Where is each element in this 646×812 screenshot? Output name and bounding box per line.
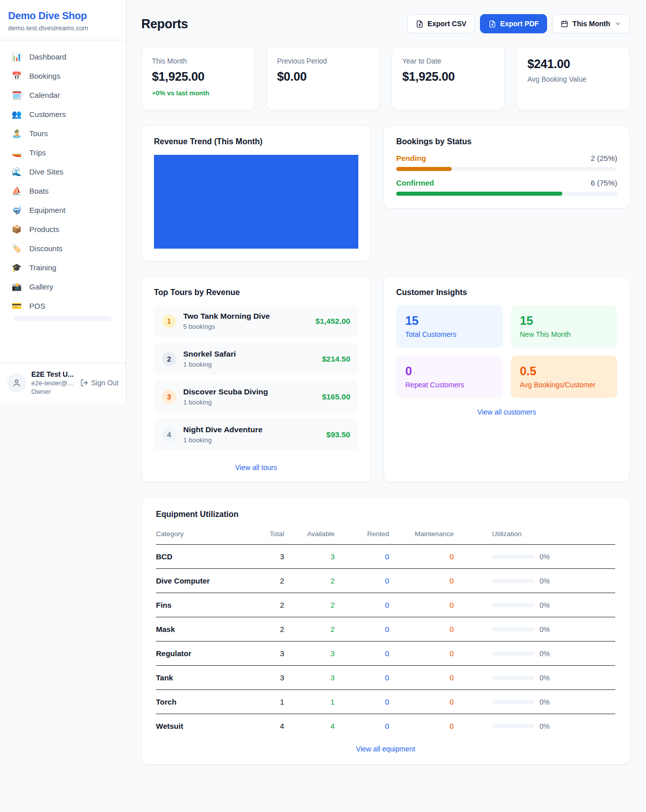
status-row-pending: Pending 2 (25%) bbox=[396, 154, 617, 171]
sign-out-icon bbox=[80, 379, 88, 387]
sidebar-item-discounts[interactable]: 🏷️ Discounts bbox=[5, 239, 121, 258]
sidebar-item-trips[interactable]: 🚤 Trips bbox=[5, 143, 121, 162]
cell-category: Regulator bbox=[156, 642, 249, 666]
utilization-bar bbox=[492, 579, 534, 583]
sidebar-item-label: Equipment bbox=[29, 206, 66, 214]
export-csv-button[interactable]: Export CSV bbox=[407, 14, 475, 33]
stat-value: $1,925.00 bbox=[152, 70, 244, 84]
equipment-utilization-title: Equipment Utilization bbox=[156, 510, 615, 519]
spiral-calendar-icon: 🗓️ bbox=[11, 91, 22, 99]
cell-available: 4 bbox=[284, 714, 335, 738]
tour-list: 1 Two Tank Morning Dive 5 bookings $1,45… bbox=[154, 305, 358, 456]
sidebar-item-tours[interactable]: 🏝️ Tours bbox=[5, 124, 121, 143]
status-bar-fill-pending bbox=[396, 167, 452, 171]
sidebar-item-pos[interactable]: 💳 POS bbox=[5, 297, 121, 315]
tour-bookings-count: 5 bookings bbox=[183, 323, 270, 330]
insight-value: 0 bbox=[405, 364, 494, 378]
status-count-confirmed: 6 (75%) bbox=[590, 179, 617, 187]
sidebar-item-dive-sites[interactable]: 🌊 Dive Sites bbox=[5, 162, 121, 181]
brand-domain: demo.test.divestreams.com bbox=[8, 24, 118, 32]
stat-value: $0.00 bbox=[277, 70, 369, 84]
view-all-tours-link[interactable]: View all tours bbox=[154, 463, 358, 472]
cell-rented: 0 bbox=[335, 545, 389, 569]
user-meta: E2E Test U... e2e-tester@... Owner bbox=[31, 370, 74, 395]
rank-badge: 3 bbox=[162, 390, 176, 404]
main-content: Reports Export CSV Export PDF This Month bbox=[126, 0, 646, 787]
topbar: Reports Export CSV Export PDF This Month bbox=[141, 14, 630, 33]
insights-row: Top Tours by Revenue 1 Two Tank Morning … bbox=[141, 276, 630, 482]
table-row-torch: Torch 1 1 0 0 0% bbox=[156, 690, 615, 714]
revenue-trend-title: Revenue Trend (This Month) bbox=[154, 137, 358, 146]
stat-delta: +0% vs last month bbox=[152, 89, 244, 97]
sign-out-button[interactable]: Sign Out bbox=[80, 379, 119, 387]
tour-row-1[interactable]: 1 Two Tank Morning Dive 5 bookings $1,45… bbox=[154, 305, 358, 337]
cell-maintenance: 0 bbox=[389, 569, 454, 593]
customer-insights-card: Customer Insights 15 Total Customers 15 … bbox=[384, 276, 630, 482]
tour-row-4[interactable]: 4 Night Dive Adventure 1 booking $93.50 bbox=[154, 419, 358, 450]
calendar-date-icon: 📅 bbox=[11, 72, 22, 80]
stat-card-avg-booking-value: $241.00 Avg Booking Value bbox=[517, 46, 630, 110]
tour-row-3[interactable]: 3 Discover Scuba Diving 1 booking $165.0… bbox=[154, 381, 358, 413]
table-row-wetsuit: Wetsuit 4 4 0 0 0% bbox=[156, 714, 615, 738]
cell-maintenance: 0 bbox=[389, 666, 454, 690]
sidebar-item-bookings[interactable]: 📅 Bookings bbox=[5, 67, 121, 85]
sidebar-item-calendar[interactable]: 🗓️ Calendar bbox=[5, 86, 121, 104]
sidebar-item-dashboard[interactable]: 📊 Dashboard bbox=[5, 47, 121, 66]
column-header-category: Category bbox=[156, 525, 249, 545]
cell-rented: 0 bbox=[335, 593, 389, 617]
revenue-trend-chart bbox=[154, 155, 358, 249]
view-all-customers-link[interactable]: View all customers bbox=[396, 408, 617, 416]
utilization-percent: 0% bbox=[540, 650, 550, 658]
sidebar-item-gallery[interactable]: 📸 Gallery bbox=[5, 277, 121, 296]
camera-icon: 📸 bbox=[11, 283, 22, 291]
sailboat-icon: ⛵ bbox=[11, 187, 22, 195]
brand-title[interactable]: Demo Dive Shop bbox=[8, 10, 118, 22]
stat-card-previous-period: Previous Period $0.00 bbox=[266, 46, 380, 110]
cell-total: 1 bbox=[249, 690, 284, 714]
file-download-icon bbox=[489, 20, 496, 28]
table-row-bcd: BCD 3 3 0 0 0% bbox=[156, 545, 615, 569]
insight-value: 0.5 bbox=[520, 364, 608, 378]
cell-maintenance: 0 bbox=[389, 690, 454, 714]
sidebar-item-training[interactable]: 🎓 Training bbox=[5, 258, 121, 277]
cell-rented: 0 bbox=[335, 569, 389, 593]
person-icon bbox=[12, 378, 21, 387]
avatar bbox=[7, 373, 26, 392]
cell-category: Torch bbox=[156, 690, 249, 714]
sidebar-item-customers[interactable]: 👥 Customers bbox=[5, 105, 121, 124]
utilization-bar bbox=[492, 652, 534, 656]
brand-block: Demo Dive Shop demo.test.divestreams.com bbox=[0, 0, 126, 40]
period-dropdown[interactable]: This Month bbox=[552, 14, 630, 33]
cell-rented: 0 bbox=[335, 617, 389, 642]
export-csv-label: Export CSV bbox=[427, 20, 466, 28]
utilization-bar bbox=[492, 555, 534, 559]
cell-category: Dive Computer bbox=[156, 569, 249, 593]
package-icon: 📦 bbox=[11, 225, 22, 234]
bookings-by-status-title: Bookings by Status bbox=[396, 137, 617, 146]
wave-icon: 🌊 bbox=[11, 168, 22, 176]
page-title: Reports bbox=[141, 17, 188, 31]
cell-total: 2 bbox=[249, 569, 284, 593]
period-label: This Month bbox=[572, 20, 610, 28]
view-all-equipment-link[interactable]: View all equipment bbox=[156, 745, 615, 753]
cell-maintenance: 0 bbox=[389, 714, 454, 738]
cell-available: 2 bbox=[284, 617, 335, 642]
insight-value: 15 bbox=[520, 314, 608, 328]
stat-value: $1,925.00 bbox=[402, 70, 494, 84]
stat-label: Year to Date bbox=[402, 57, 494, 65]
sidebar-item-boats[interactable]: ⛵ Boats bbox=[5, 182, 121, 200]
sidebar-item-products[interactable]: 📦 Products bbox=[5, 220, 121, 239]
column-header-total: Total bbox=[249, 525, 284, 545]
cell-total: 2 bbox=[249, 593, 284, 617]
file-download-icon bbox=[416, 20, 423, 28]
sidebar-item-equipment[interactable]: 🤿 Equipment bbox=[5, 201, 121, 219]
export-pdf-button[interactable]: Export PDF bbox=[480, 14, 547, 33]
column-header-rented: Rented bbox=[335, 525, 389, 545]
table-row-tank: Tank 3 3 0 0 0% bbox=[156, 666, 615, 690]
bar-chart-icon: 📊 bbox=[11, 53, 22, 61]
sidebar-item-partially-scrolled bbox=[14, 316, 112, 321]
sidebar-item-label: Gallery bbox=[29, 282, 53, 291]
cell-maintenance: 0 bbox=[389, 617, 454, 642]
tour-row-2[interactable]: 2 Snorkel Safari 1 booking $214.50 bbox=[154, 343, 358, 375]
sidebar-item-label: Boats bbox=[29, 187, 48, 195]
